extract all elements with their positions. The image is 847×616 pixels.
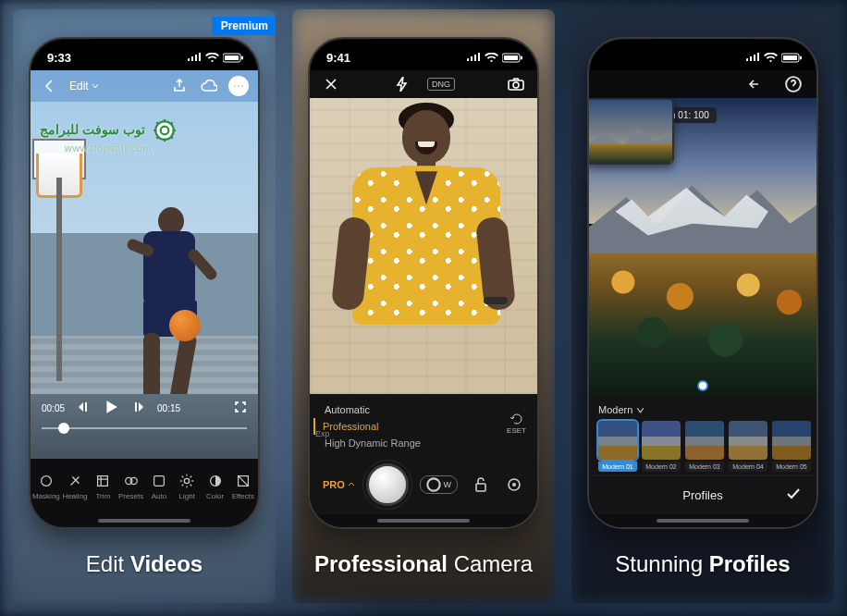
svg-point-3 <box>234 85 237 88</box>
preset-modern-05[interactable]: Modern 05 <box>772 421 811 472</box>
expand-icon[interactable] <box>234 400 247 415</box>
home-indicator <box>589 514 816 527</box>
mode-professional[interactable]: Professional <box>313 418 524 435</box>
next-frame-icon[interactable] <box>131 400 144 415</box>
preset-bar: Modern Modern 01 Modern 02 Modern 03 Mod… <box>589 397 816 475</box>
profiles-label: Profiles <box>682 488 722 502</box>
share-icon[interactable] <box>169 76 190 96</box>
home-indicator <box>310 514 537 527</box>
close-icon[interactable] <box>321 74 341 94</box>
edit-dropdown[interactable]: Edit <box>69 80 99 92</box>
play-icon[interactable] <box>104 400 118 416</box>
preset-modern-04[interactable]: Modern 04 <box>729 421 767 472</box>
svg-rect-16 <box>521 55 522 59</box>
tool-light[interactable]: Light <box>174 473 200 500</box>
mode-automatic[interactable]: Automatic <box>323 401 524 418</box>
svg-point-12 <box>185 478 190 483</box>
home-indicator <box>31 514 258 527</box>
caption-profiles: Stunning Profiles <box>571 529 834 603</box>
status-time: 9:33 <box>47 51 71 65</box>
playback-controls: 00:05 00:15 <box>31 394 258 459</box>
wifi-icon <box>764 53 778 63</box>
scrubber[interactable] <box>42 427 247 429</box>
tool-strip: Masking Healing Trim Presets Auto Light … <box>31 459 258 514</box>
intensity-slider-handle[interactable] <box>697 380 708 391</box>
tool-presets[interactable]: Presets <box>117 473 143 500</box>
svg-point-18 <box>513 82 519 88</box>
caption-edit-videos: Edit Videos <box>13 529 276 603</box>
svg-point-10 <box>130 477 137 484</box>
battery-icon <box>781 53 802 63</box>
phone-pro-camera: 9:41 DNG <box>308 37 539 529</box>
preset-group-dropdown[interactable]: Modern <box>598 404 807 415</box>
settings-wheel-icon[interactable] <box>504 474 524 495</box>
preset-modern-03[interactable]: Modern 03 <box>685 421 724 472</box>
time-start: 00:05 <box>42 403 65 413</box>
white-balance-button[interactable]: W <box>420 475 459 494</box>
tool-auto[interactable]: Auto <box>146 473 172 500</box>
premium-badge: Premium <box>212 17 276 35</box>
exposure-label: Exp <box>315 429 330 438</box>
format-dng[interactable]: DNG <box>427 78 455 91</box>
video-preview[interactable] <box>31 102 258 394</box>
cloud-icon[interactable] <box>199 76 219 96</box>
phone-profiles: odern 01: 100 Modern Modern 01 Modern 02… <box>587 37 818 529</box>
wifi-icon <box>205 53 219 63</box>
reset-button[interactable]: ESET <box>507 413 526 435</box>
battery-icon <box>223 53 243 63</box>
apply-check-icon[interactable] <box>785 486 802 505</box>
status-time: 9:41 <box>326 51 350 65</box>
svg-point-19 <box>427 478 439 490</box>
time-end: 00:15 <box>157 403 180 413</box>
svg-rect-11 <box>153 476 164 487</box>
caption-pro-camera: Professional Camera <box>292 529 555 603</box>
scrubber-handle[interactable] <box>58 423 69 434</box>
flash-icon[interactable] <box>392 74 412 94</box>
svg-rect-25 <box>800 55 802 59</box>
tool-effects[interactable]: Effects <box>230 473 256 500</box>
lock-icon[interactable] <box>471 474 491 495</box>
tool-healing[interactable]: Healing <box>62 473 88 500</box>
undo-icon[interactable] <box>746 74 767 94</box>
mode-list: Automatic Professional High Dynamic Rang… <box>310 394 537 455</box>
svg-rect-24 <box>783 55 797 60</box>
tool-trim[interactable]: Trim <box>90 473 116 500</box>
svg-rect-1 <box>225 55 239 60</box>
svg-point-8 <box>41 476 51 487</box>
svg-rect-20 <box>476 484 485 491</box>
mode-hdr[interactable]: High Dynamic Range <box>323 435 524 451</box>
more-icon[interactable] <box>228 76 249 96</box>
svg-point-5 <box>241 85 244 88</box>
compare-thumbnail[interactable] <box>587 98 674 165</box>
wifi-icon <box>485 53 498 63</box>
viewfinder[interactable] <box>310 98 537 394</box>
prev-frame-icon[interactable] <box>78 400 91 415</box>
back-icon[interactable] <box>40 76 60 96</box>
battery-icon <box>502 53 522 63</box>
svg-point-4 <box>238 85 240 88</box>
camera-switch-icon[interactable] <box>506 74 526 94</box>
pro-mode-button[interactable]: PRO <box>323 479 355 490</box>
profiles-topbar <box>589 70 816 98</box>
svg-rect-15 <box>504 55 518 60</box>
help-icon[interactable] <box>783 74 804 94</box>
preset-modern-01[interactable]: Modern 01 <box>598 421 637 472</box>
edit-label-text: Edit <box>69 80 89 92</box>
phone-edit-videos: 9:33 Edit <box>29 37 260 529</box>
tool-color[interactable]: Color <box>202 473 227 500</box>
preset-modern-02[interactable]: Modern 02 <box>642 421 681 472</box>
svg-point-22 <box>512 483 516 487</box>
svg-rect-2 <box>241 55 243 59</box>
shutter-button[interactable] <box>366 463 409 506</box>
tool-masking[interactable]: Masking <box>32 473 60 500</box>
profiles-tab[interactable]: Profiles <box>589 475 816 514</box>
